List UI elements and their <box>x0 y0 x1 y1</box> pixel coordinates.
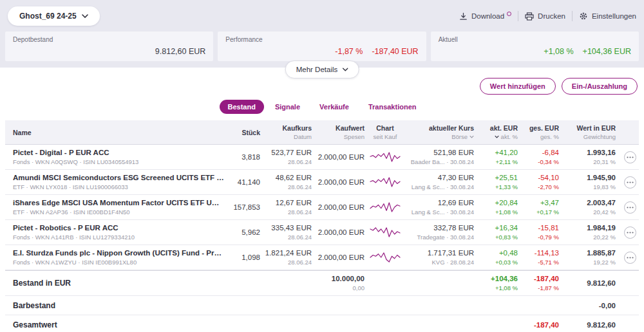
ellipsis-icon <box>627 156 634 158</box>
header-seit-kauf-label: seit Kauf <box>365 133 406 140</box>
header-name: Name <box>13 129 224 136</box>
topbar: Ghost_69 24-25 Download Drucken Einstell… <box>0 0 644 68</box>
topbar-actions: Download Drucken Einstellungen <box>459 11 636 21</box>
row-options-button[interactable] <box>624 226 636 239</box>
sparkline-chart <box>370 176 401 188</box>
total-akt-eur: +104,36 <box>477 275 518 282</box>
view-tabs: Bestand Signale Verkäufe Transaktionen <box>0 100 644 114</box>
portfolio-actions: Wert hinzufügen Ein-/Auszahlung <box>480 78 638 95</box>
instrument-name[interactable]: Pictet - Digital - P EUR ACC <box>13 149 224 156</box>
row-options-button[interactable] <box>624 201 636 214</box>
sparkline-chart <box>370 201 401 213</box>
settings-label: Einstellungen <box>592 12 636 20</box>
table-row[interactable]: Amundi MSCI Semiconductors ESG Screened … <box>5 170 639 195</box>
table-row[interactable]: E.I. Sturdza Funds plc - Nippon Growth (… <box>5 245 639 270</box>
card-label: Aktuell <box>439 36 458 43</box>
header-kurs[interactable]: aktueller Kurs Börse <box>406 124 474 140</box>
add-value-button[interactable]: Wert hinzufügen <box>480 78 556 95</box>
header-datum-label: Datum <box>260 133 312 140</box>
cell-stueck: 3,818 <box>224 153 260 161</box>
gesamtwert-wert: 9.812,60 <box>562 321 616 329</box>
instrument-meta: Fonds · WKN A0QSWQ · ISIN LU0340554913 <box>13 158 224 165</box>
print-label: Drucken <box>538 12 565 20</box>
cell-name: Amundi MSCI Semiconductors ESG Screened … <box>13 174 224 190</box>
cell-akt: +25,51+1,33 % <box>474 174 518 190</box>
deposit-withdraw-button[interactable]: Ein-/Auszahlung <box>562 78 638 95</box>
instrument-meta: Fonds · WKN A141RB · ISIN LU1279334210 <box>13 234 224 241</box>
header-akt-eur-label: akt. EUR <box>474 124 518 132</box>
tab-signale[interactable]: Signale <box>267 100 308 114</box>
cell-wert: 2.003,4720,42 % <box>559 199 616 216</box>
instrument-meta: ETF · WKN A2AP36 · ISIN IE00BD1F4N50 <box>13 208 224 216</box>
instrument-meta: Fonds · WKN A1WZYU · ISIN IE00B991XL80 <box>13 259 224 266</box>
totals-label: Gesamtwert <box>13 320 224 329</box>
header-chart-label: Chart <box>365 124 406 132</box>
cell-akt: +41,20+2,11 % <box>474 149 518 165</box>
tab-transaktionen[interactable]: Transaktionen <box>360 100 425 114</box>
cell-name: Pictet - Digital - P EUR ACC Fonds · WKN… <box>13 149 224 165</box>
cell-options <box>616 252 636 264</box>
performance-value: -187,40 EUR <box>372 47 418 56</box>
download-label: Download <box>471 12 504 20</box>
header-spesen-label: Spesen <box>312 133 365 140</box>
cell-kaufwert: 2.000,00 EUR <box>312 203 365 211</box>
cell-ges: -114,13-5,71 % <box>518 249 559 266</box>
table-row[interactable]: Pictet - Robotics - P EUR ACC Fonds · WK… <box>5 220 639 245</box>
cell-kaufkurs: 1.821,24 EUR28.06.24 <box>260 249 312 266</box>
sparkline-chart <box>370 252 401 263</box>
sort-chevron-icon <box>495 135 499 138</box>
row-options-button[interactable] <box>624 151 636 163</box>
row-options-button[interactable] <box>624 252 636 264</box>
instrument-name[interactable]: E.I. Sturdza Funds plc - Nippon Growth (… <box>13 249 224 257</box>
divider <box>572 11 573 21</box>
header-boerse-label: Börse <box>406 133 474 140</box>
cell-wert: 1.885,8719,22 % <box>559 249 616 266</box>
header-kaufkurs-label: Kaufkurs <box>260 124 312 132</box>
cell-options <box>616 151 636 163</box>
cell-options <box>616 176 636 189</box>
tab-verkaeufe[interactable]: Verkäufe <box>311 100 357 114</box>
cell-kurs: 12,69 EURLang & Sc... · 30.08.24 <box>406 199 474 216</box>
cell-akt: +16,34+0,83 % <box>474 224 518 241</box>
sparkline-chart <box>370 226 401 238</box>
settings-button[interactable]: Einstellungen <box>579 12 636 21</box>
tab-bestand[interactable]: Bestand <box>220 100 264 114</box>
cell-chart <box>365 226 406 238</box>
total-ges-pct: -1,87 % <box>520 284 559 291</box>
row-options-button[interactable] <box>624 176 636 189</box>
cell-name: E.I. Sturdza Funds plc - Nippon Growth (… <box>13 249 224 266</box>
instrument-name[interactable]: Amundi MSCI Semiconductors ESG Screened … <box>13 174 224 181</box>
gesamtwert-ges-eur: -187,40 <box>520 321 559 329</box>
cell-stueck: 5,962 <box>224 228 260 236</box>
more-details-button[interactable]: Mehr Details <box>285 60 359 78</box>
cell-ges: -15,81-0,79 % <box>518 224 559 241</box>
summary-cards: Depotbestand 9.812,60 EUR Performance -1… <box>5 32 639 61</box>
gear-icon <box>579 12 588 21</box>
download-button[interactable]: Download <box>459 12 511 21</box>
table-row[interactable]: Pictet - Digital - P EUR ACC Fonds · WKN… <box>5 145 639 170</box>
portfolio-name: Ghost_69 24-25 <box>19 12 77 21</box>
instrument-name[interactable]: Pictet - Robotics - P EUR ACC <box>13 224 224 232</box>
total-akt-pct: +1,08 % <box>477 284 518 291</box>
portfolio-selector[interactable]: Ghost_69 24-25 <box>8 6 100 26</box>
cell-wert: 1.945,9019,83 % <box>559 174 616 190</box>
instrument-name[interactable]: iShares Edge MSCI USA Momentum Factor UC… <box>13 199 224 207</box>
cell-ges: -6,84-0,34 % <box>518 149 559 165</box>
cell-kurs: 332,78 EURTradegate · 30.08.24 <box>406 224 474 241</box>
header-kurs-label: aktueller Kurs <box>406 124 474 132</box>
sparkline-chart <box>370 151 401 163</box>
totals-row-barbestand: Barbestand -0,00 <box>5 296 639 315</box>
table-row[interactable]: iShares Edge MSCI USA Momentum Factor UC… <box>5 195 639 220</box>
cell-kaufkurs: 523,77 EUR28.06.24 <box>260 149 312 165</box>
total-wert: 9.812,60 <box>562 279 616 287</box>
cell-kaufkurs: 12,67 EUR28.06.24 <box>260 199 312 216</box>
cell-kaufkurs: 335,43 EUR28.06.24 <box>260 224 312 241</box>
print-button[interactable]: Drucken <box>525 12 565 21</box>
cell-kaufwert: 2.000,00 EUR <box>312 153 365 161</box>
cell-options <box>616 226 636 239</box>
cell-stueck: 1,098 <box>224 254 260 261</box>
printer-icon <box>525 12 534 21</box>
header-akt[interactable]: akt. EUR akt. % <box>474 124 518 140</box>
cell-ges: -54,10-2,70 % <box>518 174 559 190</box>
header-stueck: Stück <box>224 129 260 136</box>
